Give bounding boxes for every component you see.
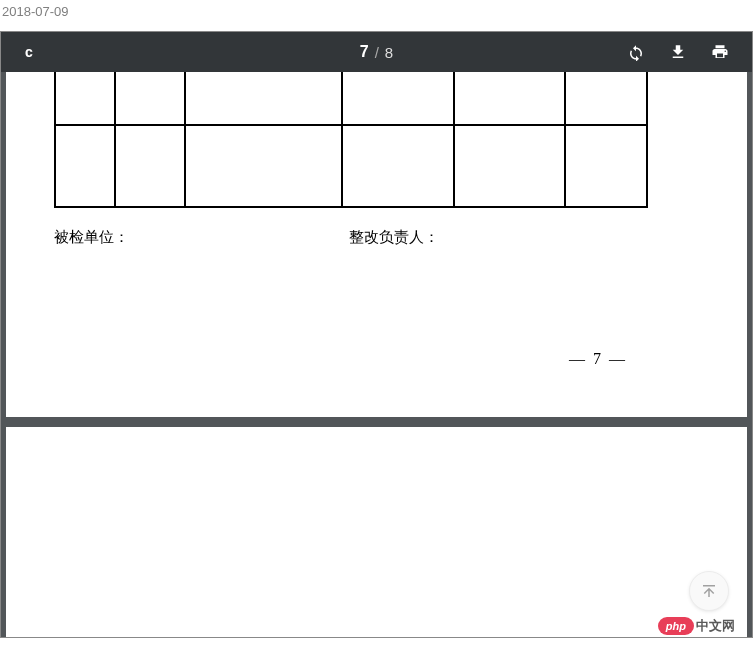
print-icon[interactable] (710, 42, 730, 62)
scroll-top-button[interactable] (689, 571, 729, 611)
pdf-page-7: 被检单位： 整改负责人： — 7 — (6, 72, 747, 417)
page-footer-number: — 7 — (569, 350, 627, 368)
watermark-badge: php (658, 617, 694, 635)
page-gap (1, 417, 752, 427)
rectification-owner-label: 整改负责人： (349, 228, 439, 247)
page-date: 2018-07-09 (0, 0, 753, 23)
scroll-top-icon (700, 582, 718, 600)
current-page-number: 7 (360, 43, 369, 61)
pdf-page-8 (6, 427, 747, 637)
page-separator: / (375, 44, 379, 61)
watermark: php 中文网 (658, 617, 735, 635)
toolbar-actions (626, 42, 752, 62)
signature-labels: 被检单位： 整改负责人： (54, 228, 699, 247)
pdf-viewer: c 7 / 8 (0, 31, 753, 638)
table-row (55, 125, 647, 207)
page-area[interactable]: 被检单位： 整改负责人： — 7 — (1, 72, 752, 637)
watermark-text: 中文网 (696, 617, 735, 635)
total-pages: 8 (385, 44, 393, 61)
table-row (55, 72, 647, 125)
inspected-unit-label: 被检单位： (54, 228, 349, 247)
page-indicator: 7 / 8 (360, 43, 393, 61)
document-title: c (1, 44, 33, 60)
inspection-table (54, 72, 648, 208)
rotate-icon[interactable] (626, 42, 646, 62)
pdf-toolbar: c 7 / 8 (1, 32, 752, 72)
download-icon[interactable] (668, 42, 688, 62)
